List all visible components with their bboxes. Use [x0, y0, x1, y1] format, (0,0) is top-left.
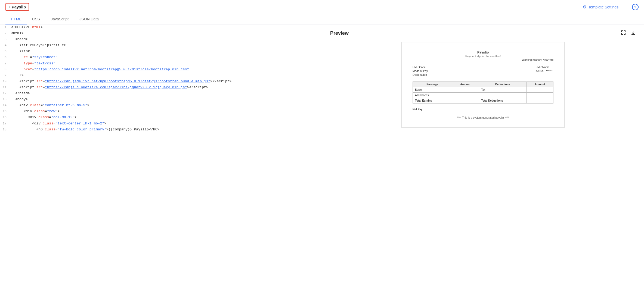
code-text: <body>: [11, 96, 322, 102]
header: ‹ Payslip ⚙ Template Settings ··· ?: [0, 0, 644, 14]
emp-code-label: EMP Code: [413, 66, 428, 69]
payslip-preview: Payslip Payment slip for the month of Wo…: [401, 42, 565, 128]
line-number: 12: [0, 90, 11, 96]
code-text: <!DOCTYPE html>: [11, 24, 322, 30]
preview-header: Preview: [330, 30, 636, 37]
code-text: <html>: [11, 30, 322, 36]
code-line: 5 <link: [0, 48, 322, 54]
code-text: <script src="https://cdnjs.cloudflare.co…: [11, 84, 322, 90]
tab-html[interactable]: HTML: [5, 14, 27, 24]
code-line: 11 <script src="https://cdnjs.cloudflare…: [0, 84, 322, 90]
code-text: </head>: [11, 90, 322, 96]
earn-amount-3: [452, 98, 479, 104]
line-number: 3: [0, 36, 11, 42]
line-number: 10: [0, 79, 11, 84]
deduction-empty: [479, 93, 526, 98]
th-amount2: Amount: [527, 82, 553, 87]
template-settings-label: Template Settings: [588, 5, 618, 9]
tab-bar: HTML CSS JavaScript JSON Data: [0, 14, 644, 24]
earning-allowances: Allowances: [413, 93, 452, 98]
ac-info: Ac No. *******: [535, 70, 553, 73]
preview-icons: [621, 30, 636, 37]
code-line: 13 <body>: [0, 96, 322, 102]
header-left: ‹ Payslip: [5, 3, 29, 11]
help-button[interactable]: ?: [632, 4, 639, 10]
code-text: href="https://cdn.jsdelivr.net/npm/boots…: [11, 67, 322, 73]
designation-label: Designation: [413, 73, 428, 76]
line-number: 9: [0, 73, 11, 78]
table-row: Basic Tax: [413, 87, 553, 93]
th-deductions: Deductions: [479, 82, 526, 87]
code-editor[interactable]: 1 <!DOCTYPE html> 2 <html> 3 <head> 4 <t…: [0, 24, 322, 297]
code-line: 7 type="text/css": [0, 61, 322, 67]
line-number: 7: [0, 61, 11, 66]
code-line: 15 <div class="row">: [0, 108, 322, 114]
header-right: ⚙ Template Settings ··· ?: [583, 4, 639, 10]
earn-amount-2: [452, 93, 479, 98]
line-number: 4: [0, 42, 11, 48]
preview-panel: Preview: [322, 24, 644, 297]
line-number: 14: [0, 102, 11, 108]
gear-icon: ⚙: [583, 4, 587, 10]
payslip-emp-col-left: EMP Code Mode of Pay Designation: [413, 66, 428, 77]
tab-javascript[interactable]: JavaScript: [45, 14, 74, 24]
fullscreen-button[interactable]: [621, 30, 626, 37]
code-line: 1 <!DOCTYPE html>: [0, 24, 322, 30]
payslip-doc-branch: Working Branch: NewYork: [413, 58, 553, 61]
code-line: 18 <h6 class="fw-bold color_primary">{{c…: [0, 127, 322, 133]
net-pay: Net Pay :: [413, 108, 553, 111]
line-number: 8: [0, 67, 11, 72]
table-row: Total Earning Total Deductions: [413, 98, 553, 104]
line-number: 18: [0, 127, 11, 132]
deduction-tax: Tax: [479, 87, 526, 93]
code-text: <div class="col-md-12">: [11, 114, 322, 120]
ded-amount-2: [527, 93, 553, 98]
payslip-emp-info: EMP Code Mode of Pay Designation EMP Nam…: [413, 66, 553, 77]
download-button[interactable]: [630, 30, 636, 37]
line-number: 16: [0, 114, 11, 120]
template-settings-button[interactable]: ⚙ Template Settings: [583, 4, 618, 10]
code-text: <div class="container mt-5 mb-5">: [11, 102, 322, 108]
more-options-button[interactable]: ···: [623, 4, 628, 10]
tab-json-data[interactable]: JSON Data: [74, 14, 104, 24]
payslip-doc-subtitle: Payment slip for the month of: [413, 55, 553, 58]
code-line: 6 rel="stylesheet": [0, 54, 322, 60]
line-number: 15: [0, 108, 11, 114]
payslip-emp-col-right: EMP Name Ac No. *******: [535, 66, 553, 77]
th-earnings: Earnings: [413, 82, 452, 87]
preview-title: Preview: [330, 30, 349, 36]
main-content: 1 <!DOCTYPE html> 2 <html> 3 <head> 4 <t…: [0, 24, 644, 297]
payslip-footer: **** This is a system generated payslip …: [413, 116, 553, 119]
chevron-left-icon: ‹: [9, 5, 10, 9]
line-number: 1: [0, 24, 11, 30]
code-text: <head>: [11, 36, 322, 42]
line-number: 5: [0, 48, 11, 54]
table-row: Allowances: [413, 93, 553, 98]
line-number: 6: [0, 54, 11, 60]
code-line: 2 <html>: [0, 30, 322, 36]
mode-label: Mode of Pay: [413, 70, 428, 73]
tab-css[interactable]: CSS: [27, 14, 45, 24]
earning-basic: Basic: [413, 87, 452, 93]
code-line: 10 <script src="https://cdn.jsdelivr.net…: [0, 79, 322, 84]
code-line: 14 <div class="container mt-5 mb-5">: [0, 102, 322, 108]
code-text: <script src="https://cdn.jsdelivr.net/np…: [11, 79, 322, 84]
code-text: rel="stylesheet": [11, 54, 322, 60]
code-line: 12 </head>: [0, 90, 322, 96]
code-line: 17 <div class="text-center lh-1 mb-2">: [0, 121, 322, 127]
deduction-total: Total Deductions: [479, 98, 526, 104]
ded-amount-3: [527, 98, 553, 104]
th-amount1: Amount: [452, 82, 479, 87]
code-line: 4 <title>Payslip</title>: [0, 42, 322, 48]
page-title: Payslip: [12, 5, 26, 9]
line-number: 13: [0, 96, 11, 102]
payslip-table: Earnings Amount Deductions Amount Basic …: [413, 81, 553, 104]
code-line: 8 href="https://cdn.jsdelivr.net/npm/boo…: [0, 67, 322, 73]
back-button[interactable]: ‹ Payslip: [5, 3, 29, 11]
code-line: 9 />: [0, 73, 322, 79]
earning-total: Total Earning: [413, 98, 452, 104]
line-number: 11: [0, 84, 11, 90]
earn-amount-1: [452, 87, 479, 93]
code-text: <div class="text-center lh-1 mb-2">: [11, 121, 322, 127]
code-text: <link: [11, 48, 322, 54]
